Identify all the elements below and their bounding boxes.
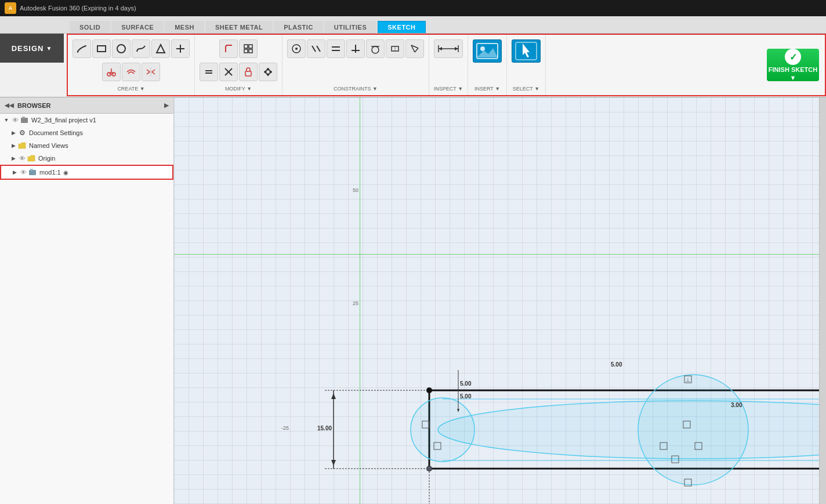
root-eye-icon[interactable]: 👁: [10, 115, 20, 125]
modify-section: MODIFY ▼: [195, 35, 282, 95]
svg-marker-22: [264, 70, 266, 74]
construction-tool[interactable]: [171, 39, 190, 58]
browser-panel: ◀◀ BROWSER ▶ ▼ 👁 W2_3d_final project v1 …: [0, 97, 174, 504]
app-icon: A: [5, 2, 16, 14]
tab-utilities[interactable]: UTILITIES: [324, 21, 376, 33]
perpendicular-tool[interactable]: [346, 39, 365, 58]
browser-header: ◀◀ BROWSER ▶: [0, 97, 173, 114]
tab-sheet-metal[interactable]: SHEET METAL: [205, 21, 273, 33]
dim-5-inner: 5.00: [460, 393, 471, 400]
toolbar-spacer: [546, 35, 761, 95]
scissors-tool[interactable]: [102, 63, 121, 81]
mod1-eye-icon[interactable]: 👁: [19, 168, 28, 177]
svg-marker-2: [157, 45, 165, 53]
browser-collapse-button[interactable]: ◀◀: [5, 102, 14, 108]
browser-expand-button[interactable]: ▶: [164, 102, 169, 108]
insert-image-tool[interactable]: [473, 39, 502, 63]
mod1-arrow-icon: ▶: [10, 168, 19, 176]
equal-tool[interactable]: [200, 63, 218, 81]
svg-rect-51: [29, 170, 36, 175]
left-circle: [411, 398, 474, 462]
create-section: CREATE ▼: [68, 35, 195, 95]
create-label[interactable]: CREATE ▼: [117, 86, 144, 93]
left-bottom-dot: [427, 466, 432, 471]
constraints-label[interactable]: CONSTRAINTS ▼: [334, 86, 378, 93]
move-tool[interactable]: [259, 63, 277, 81]
toolbar-area: SOLID SURFACE MESH SHEET METAL PLASTIC U…: [0, 16, 826, 97]
tabs-row: SOLID SURFACE MESH SHEET METAL PLASTIC U…: [0, 16, 826, 34]
inspect-label[interactable]: INSPECT ▼: [434, 86, 463, 93]
modify-label[interactable]: MODIFY ▼: [225, 86, 252, 93]
named-views-folder-icon: [17, 141, 27, 150]
dim-15-left: 15.00: [317, 425, 332, 432]
svg-marker-42: [439, 47, 442, 50]
rect-pattern-tool[interactable]: [239, 39, 258, 58]
origin-eye-icon[interactable]: 👁: [17, 154, 27, 163]
tab-solid[interactable]: SOLID: [70, 21, 110, 33]
finish-sketch-button[interactable]: ✓ FINISH SKETCH ▼: [767, 49, 819, 81]
create-tools-row: [71, 37, 191, 60]
svg-rect-12: [249, 45, 252, 48]
right-scrollbar[interactable]: [819, 97, 826, 504]
svg-line-27: [317, 46, 320, 52]
polygon-tool[interactable]: [151, 39, 170, 58]
origin-label: Origin: [38, 155, 55, 162]
doc-settings-arrow-icon: ▶: [9, 129, 17, 137]
svg-marker-21: [266, 74, 270, 76]
canvas-area[interactable]: 50 25 -25 ⊥: [174, 97, 826, 504]
fillet-tool[interactable]: [219, 39, 238, 58]
center-circle: [638, 375, 748, 485]
svg-rect-0: [97, 46, 106, 52]
finish-sketch-arrow: ▼: [790, 74, 796, 81]
doc-settings-label: Document Settings: [29, 129, 83, 136]
svg-point-32: [372, 46, 379, 53]
select-tool[interactable]: [512, 39, 541, 63]
svg-point-25: [295, 48, 298, 50]
titlebar: A Autodesk Fusion 360 (Expiring in 4 day…: [0, 0, 826, 16]
tab-sketch[interactable]: SKETCH: [378, 21, 425, 33]
tree-item-root[interactable]: ▼ 👁 W2_3d_final project v1: [0, 114, 173, 126]
tree-item-mod1[interactable]: ▶ 👁 mod1:1 ◉: [0, 165, 173, 180]
finish-sketch-section: ✓ FINISH SKETCH ▼: [761, 35, 825, 95]
dim-3-center: 3.00: [731, 402, 742, 408]
collinear-tool[interactable]: [307, 39, 325, 58]
design-button[interactable]: DESIGN ▼: [0, 34, 64, 63]
select-label[interactable]: SELECT ▼: [513, 86, 539, 93]
constraint-icon-text1: ⊥: [686, 377, 690, 383]
main-ellipse: [438, 401, 826, 459]
svg-rect-14: [249, 49, 252, 53]
lock-tool[interactable]: [239, 63, 258, 81]
doc-settings-gear-icon: ⚙: [17, 128, 27, 137]
line-tool[interactable]: [73, 39, 91, 58]
measure-tool[interactable]: [434, 39, 463, 58]
root-label: W2_3d_final project v1: [31, 117, 96, 124]
svg-line-26: [312, 46, 316, 52]
svg-point-45: [480, 46, 485, 51]
offset-tool[interactable]: [122, 63, 140, 81]
mirror-tool[interactable]: [142, 63, 160, 81]
tree-item-doc-settings[interactable]: ▶ ⚙ Document Settings: [0, 126, 173, 139]
inspect-section: INSPECT ▼: [429, 35, 468, 95]
constraints-tools-row: [286, 37, 425, 60]
trim-tool[interactable]: [219, 63, 238, 81]
browser-title: BROWSER: [17, 102, 50, 109]
tree-item-named-views[interactable]: ▶ Named Views: [0, 139, 173, 152]
named-views-arrow-icon: ▶: [9, 142, 17, 150]
coincident-tool[interactable]: [287, 39, 306, 58]
inspect-tools-row: [433, 37, 464, 60]
tangent-tool[interactable]: [366, 39, 385, 58]
constraint-cursor-tool[interactable]: [405, 39, 424, 58]
rectangle-tool[interactable]: [92, 39, 111, 58]
svg-marker-43: [455, 47, 458, 50]
midpoint-tool[interactable]: [386, 39, 404, 58]
spline-tool[interactable]: [132, 39, 150, 58]
insert-label[interactable]: INSERT ▼: [474, 86, 500, 93]
insert-section: INSERT ▼: [468, 35, 507, 95]
tab-plastic[interactable]: PLASTIC: [274, 21, 323, 33]
circle-tool[interactable]: [112, 39, 131, 58]
tab-mesh[interactable]: MESH: [165, 21, 204, 33]
dim-5-top-left2: 5.00: [460, 380, 471, 387]
tab-surface[interactable]: SURFACE: [111, 21, 164, 33]
tree-item-origin[interactable]: ▶ 👁 Origin: [0, 152, 173, 165]
parallel-tool[interactable]: [327, 39, 345, 58]
